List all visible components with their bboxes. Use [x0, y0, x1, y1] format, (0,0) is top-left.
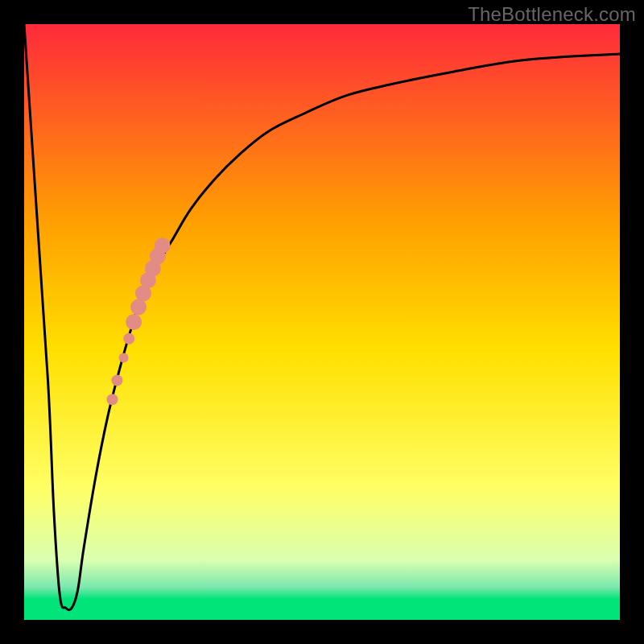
gradient-background: [24, 24, 620, 620]
plot-area: [24, 24, 620, 620]
plot-svg: [24, 24, 620, 620]
chart-frame: TheBottleneck.com: [0, 0, 644, 644]
highlight-point: [119, 353, 129, 362]
highlight-point: [126, 314, 142, 330]
highlight-point: [130, 299, 147, 316]
highlight-point: [111, 375, 122, 386]
highlight-point: [107, 394, 118, 405]
watermark-text: TheBottleneck.com: [468, 3, 636, 26]
highlight-point: [155, 237, 171, 254]
highlight-point: [123, 333, 134, 345]
